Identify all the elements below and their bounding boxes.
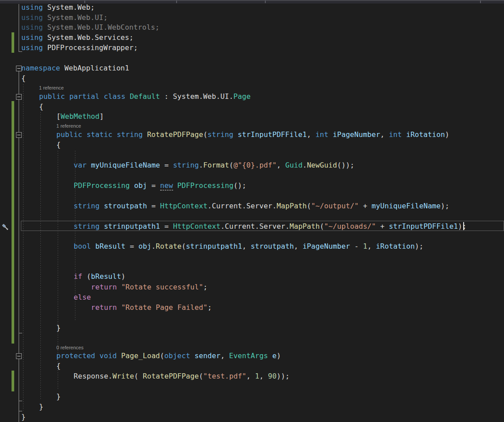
code-token: ); <box>415 242 423 250</box>
code-token: [ <box>56 112 61 121</box>
minus-glyph <box>17 135 20 135</box>
code-token: WebApplication1 <box>60 64 130 72</box>
code-token: ( <box>320 222 324 231</box>
code-line[interactable]: } <box>56 391 61 402</box>
code-line[interactable]: return "Rotate Page Failed"; <box>91 302 212 313</box>
code-token: stroutpath <box>251 242 294 250</box>
code-line[interactable]: else <box>74 292 91 302</box>
code-token: "Rotate Page Failed" <box>121 303 208 312</box>
text-caret <box>463 222 464 230</box>
code-token: Format <box>203 161 229 169</box>
outlining-line <box>19 71 19 422</box>
code-line[interactable]: } <box>39 402 43 412</box>
code-line[interactable]: protected void Page_Load(object sender, … <box>56 351 281 361</box>
code-line[interactable]: public static string RotatePDFPage(strin… <box>56 129 449 140</box>
code-token: bResult <box>95 242 126 250</box>
fold-collapse-icon[interactable] <box>16 353 22 359</box>
code-line[interactable]: string stroutpath = HttpContext.Current.… <box>74 201 449 211</box>
code-token: else <box>74 293 91 301</box>
code-token: ) <box>276 352 281 360</box>
code-token: "~/output/" <box>311 202 358 210</box>
code-token: , <box>307 130 315 139</box>
code-line[interactable]: using System.Web.Services; <box>21 32 134 43</box>
code-token: @"{0}.pdf" <box>233 161 276 169</box>
code-token: RotatePDFPage <box>147 130 203 139</box>
code-token: .Current.Server. <box>208 202 277 210</box>
code-token: ( <box>199 372 203 380</box>
code-token: = <box>160 222 173 231</box>
code-token: , <box>276 161 285 169</box>
code-token: System.Web; <box>43 3 95 12</box>
code-token: , <box>220 352 229 360</box>
code-token: = <box>160 161 173 169</box>
code-token: { <box>56 362 61 370</box>
outlining-line <box>19 4 19 51</box>
code-token: iPageNumber <box>333 130 380 139</box>
code-token: strInputPDFFile1 <box>389 222 458 231</box>
saved-change-bar <box>12 101 14 344</box>
code-line[interactable]: { <box>21 73 26 83</box>
code-token: ( <box>160 352 165 360</box>
minus-glyph <box>17 68 20 69</box>
codelens-references[interactable]: 0 references <box>56 344 83 351</box>
code-token <box>91 242 95 250</box>
code-line[interactable]: namespace WebApplication1 <box>21 63 129 73</box>
code-token: ( <box>203 130 208 139</box>
code-line[interactable]: } <box>56 323 61 333</box>
code-line[interactable]: using System.Web; <box>21 2 94 12</box>
code-line[interactable]: { <box>39 102 43 112</box>
code-token: string <box>173 161 199 169</box>
minus-glyph <box>17 97 20 97</box>
fold-collapse-icon[interactable] <box>16 66 22 71</box>
minus-glyph <box>17 356 20 356</box>
code-line[interactable]: { <box>56 140 61 150</box>
code-token: - <box>350 242 363 250</box>
code-token: WebMethod <box>61 112 100 121</box>
code-token <box>143 130 147 139</box>
fold-collapse-icon[interactable] <box>16 132 22 138</box>
code-token: } <box>21 413 26 421</box>
code-token: iPageNumber <box>303 242 350 250</box>
code-line[interactable]: bool bResult = obj.Rotate(strinputpath1,… <box>74 241 423 251</box>
code-token: ; <box>208 303 212 312</box>
code-token <box>402 130 406 139</box>
code-line[interactable]: using System.Web.UI; <box>21 12 108 23</box>
code-line[interactable]: if (bResult) <box>74 271 126 281</box>
code-line[interactable]: Response.Write( RotatePDFPage("test.pdf"… <box>74 371 290 381</box>
code-line[interactable]: using System.Web.UI.WebControls; <box>21 22 159 32</box>
code-token: System.Web.Services; <box>43 33 134 42</box>
code-token: if <box>74 272 82 281</box>
code-line[interactable]: return "Rotate successful"; <box>91 282 208 292</box>
code-token: EventArgs <box>229 352 268 360</box>
code-line[interactable]: [WebMethod] <box>56 111 104 121</box>
code-token: string <box>208 130 233 139</box>
code-line[interactable]: var myUniqueFileName = string.Format(@"{… <box>74 160 354 170</box>
quick-actions-screwdriver-icon[interactable] <box>1 223 10 231</box>
code-token: , <box>242 242 251 250</box>
code-line[interactable]: } <box>21 412 26 422</box>
indent-guide <box>40 112 41 400</box>
outlining-end-tick <box>19 333 22 333</box>
code-line[interactable]: using PDFProcessingWrapper; <box>21 43 138 53</box>
code-token: using <box>21 43 43 52</box>
code-token: "~/uploads/" <box>324 222 376 231</box>
code-token: ; <box>203 283 208 291</box>
code-line[interactable]: public partial class Default : System.We… <box>39 91 251 102</box>
code-token: PDFProcessing <box>74 181 130 190</box>
fold-collapse-icon[interactable] <box>16 94 22 100</box>
tab-separator <box>265 0 266 3</box>
code-token: . <box>199 161 203 169</box>
code-token: sender <box>194 352 220 360</box>
code-token: = <box>147 202 160 210</box>
code-token <box>173 181 177 190</box>
codelens-references[interactable]: 1 reference <box>39 85 64 91</box>
code-line[interactable]: PDFProcessing obj = new PDFProcessing(); <box>74 180 246 191</box>
code-token <box>233 130 238 139</box>
codelens-references[interactable]: 1 reference <box>56 123 81 129</box>
code-token: ); <box>441 202 449 210</box>
code-line[interactable]: { <box>56 361 61 371</box>
code-token: Default <box>130 92 160 101</box>
code-line[interactable]: string strinputpath1 = HttpContext.Curre… <box>74 221 467 231</box>
code-token <box>126 92 130 101</box>
code-token: iRotation <box>376 242 415 250</box>
